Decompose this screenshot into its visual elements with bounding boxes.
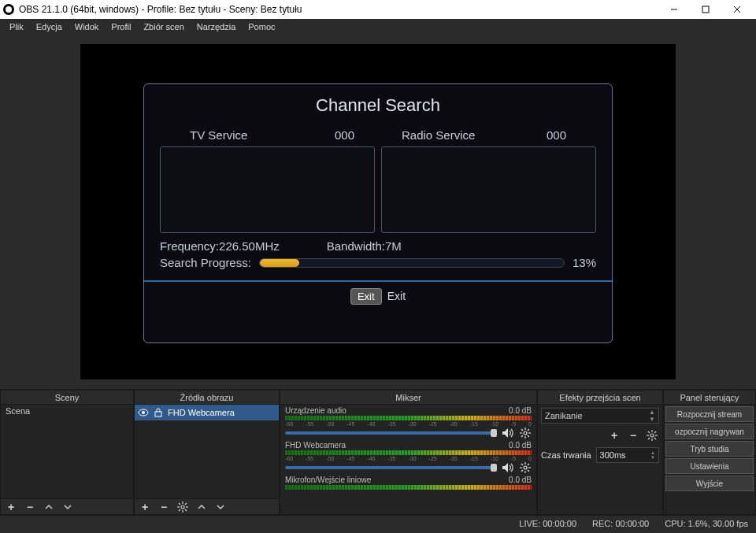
- svg-line-15: [179, 509, 180, 511]
- add-transition-button[interactable]: +: [607, 428, 621, 442]
- gear-icon[interactable]: [519, 461, 532, 474]
- frequency-value: 226.50MHz: [219, 239, 280, 253]
- svg-line-23: [528, 429, 529, 431]
- start-record-button[interactable]: ozpocznij nagrywan: [665, 424, 754, 439]
- menu-profil[interactable]: Profil: [105, 20, 137, 33]
- mixer-header: Mikser: [280, 390, 536, 405]
- volume-slider[interactable]: [285, 431, 497, 435]
- menubar: Plik Edycja Widok Profil Zbiór scen Narz…: [0, 19, 756, 35]
- svg-line-41: [654, 431, 656, 433]
- remove-source-button[interactable]: −: [157, 500, 171, 514]
- speaker-icon[interactable]: [502, 461, 514, 474]
- source-label: FHD Webcamera: [168, 408, 235, 417]
- preview-canvas[interactable]: Channel Search TV Service 000 Radio Serv…: [80, 44, 676, 379]
- menu-edycja[interactable]: Edycja: [30, 20, 69, 33]
- transition-settings-button[interactable]: [645, 428, 659, 442]
- duration-value: 300ms: [600, 450, 626, 460]
- mixer-channel-name: FHD Webcamera: [285, 441, 346, 450]
- lock-icon[interactable]: [153, 407, 164, 418]
- transition-select[interactable]: Zanikanie ▲▼: [541, 408, 659, 424]
- mixer-channel-db: 0.0 dB: [509, 441, 532, 450]
- mixer-channel: Mikrofon/Wejście liniowe0.0 dB: [285, 476, 532, 490]
- transition-selected: Zanikanie: [545, 411, 583, 420]
- search-progress-pct: 13%: [573, 256, 596, 269]
- menu-widok[interactable]: Widok: [69, 20, 106, 33]
- scenes-panel: Sceny Scena + −: [0, 390, 134, 515]
- window-title: OBS 21.1.0 (64bit, windows) - Profile: B…: [19, 4, 658, 15]
- sources-header: Źródła obrazu: [135, 390, 279, 405]
- controls-panel: Panel sterujący Rozpocznij stream ozpocz…: [663, 390, 756, 515]
- source-up-button[interactable]: [195, 500, 209, 514]
- status-cpu: CPU: 1.6%, 30.00 fps: [665, 519, 748, 528]
- menu-zbior-scen[interactable]: Zbiór scen: [137, 20, 190, 33]
- search-progress-label: Search Progress:: [160, 256, 251, 269]
- meter-ticks: -60-55-50-45-40-35-30-25-20-15-10-50: [285, 421, 532, 427]
- scene-up-button[interactable]: [42, 500, 56, 514]
- frequency-label: Frequency:: [160, 239, 219, 253]
- mixer-channel: Urządzenie audio0.0 dB-60-55-50-45-40-35…: [285, 406, 532, 439]
- add-source-button[interactable]: +: [138, 500, 152, 514]
- sources-panel: Źródła obrazu FHD Webcamera + −: [134, 390, 280, 515]
- svg-line-42: [648, 438, 650, 439]
- spinner-arrows-icon[interactable]: ▲▼: [650, 450, 655, 460]
- tv-service-count: 000: [335, 128, 354, 142]
- exit-button[interactable]: Exit: [350, 288, 382, 305]
- maximize-button[interactable]: [690, 0, 721, 19]
- menu-pomoc[interactable]: Pomoc: [242, 20, 281, 33]
- mixer-panel: Mikser Urządzenie audio0.0 dB-60-55-50-4…: [280, 390, 537, 515]
- duration-input[interactable]: 300ms ▲▼: [596, 447, 659, 463]
- svg-line-12: [179, 503, 180, 505]
- svg-line-33: [521, 470, 523, 472]
- duration-label: Czas trwania: [541, 450, 591, 460]
- channel-search-dialog: Channel Search TV Service 000 Radio Serv…: [143, 83, 613, 343]
- transitions-panel: Efekty przejścia scen Zanikanie ▲▼ + − C…: [537, 390, 663, 515]
- svg-line-22: [528, 435, 529, 437]
- speaker-icon[interactable]: [502, 427, 514, 439]
- dropdown-icon: ▲▼: [649, 409, 655, 423]
- mixer-channel-db: 0.0 dB: [509, 476, 532, 484]
- source-item[interactable]: FHD Webcamera: [135, 405, 279, 420]
- status-live: LIVE: 00:00:00: [519, 519, 576, 528]
- svg-point-34: [650, 434, 654, 437]
- exit-app-button[interactable]: Wyjście: [665, 476, 754, 491]
- svg-line-14: [185, 503, 187, 505]
- svg-line-31: [528, 470, 529, 472]
- svg-line-39: [648, 431, 650, 433]
- menu-plik[interactable]: Plik: [3, 20, 30, 33]
- start-stream-button[interactable]: Rozpocznij stream: [665, 406, 754, 422]
- svg-rect-6: [155, 412, 161, 416]
- svg-point-5: [142, 411, 145, 414]
- menu-narzedzia[interactable]: Narzędzia: [191, 20, 243, 33]
- gear-icon[interactable]: [519, 427, 532, 439]
- obs-logo-icon: [3, 4, 14, 15]
- remove-transition-button[interactable]: −: [626, 428, 640, 442]
- visibility-icon[interactable]: [138, 407, 149, 418]
- remove-scene-button[interactable]: −: [23, 500, 37, 514]
- bandwidth-label: Bandwidth:: [327, 239, 385, 253]
- svg-line-32: [528, 464, 529, 465]
- transitions-header: Efekty przejścia scen: [538, 390, 662, 405]
- svg-line-13: [185, 509, 187, 511]
- studio-mode-button[interactable]: Tryb studia: [665, 441, 754, 457]
- scene-item[interactable]: Scena: [1, 405, 133, 417]
- source-settings-button[interactable]: [176, 500, 190, 514]
- svg-point-25: [524, 466, 527, 469]
- svg-line-24: [521, 435, 523, 437]
- audio-meter: [285, 416, 532, 420]
- svg-rect-1: [702, 6, 709, 13]
- scenes-header: Sceny: [1, 390, 133, 405]
- status-rec: REC: 00:00:00: [592, 519, 649, 528]
- minimize-button[interactable]: [658, 0, 690, 19]
- statusbar: LIVE: 00:00:00 REC: 00:00:00 CPU: 1.6%, …: [0, 515, 756, 531]
- source-down-button[interactable]: [213, 500, 228, 514]
- settings-button[interactable]: Ustawienia: [665, 458, 754, 474]
- svg-line-30: [521, 464, 523, 465]
- volume-slider[interactable]: [285, 466, 497, 469]
- scene-down-button[interactable]: [61, 500, 75, 514]
- meter-ticks: -60-55-50-45-40-35-30-25-20-15-10-50: [285, 456, 532, 461]
- radio-service-label: Radio Service: [402, 128, 475, 142]
- search-progress-bar: [259, 258, 565, 268]
- radio-service-count: 000: [547, 128, 566, 142]
- close-button[interactable]: [721, 0, 753, 19]
- add-scene-button[interactable]: +: [4, 500, 18, 514]
